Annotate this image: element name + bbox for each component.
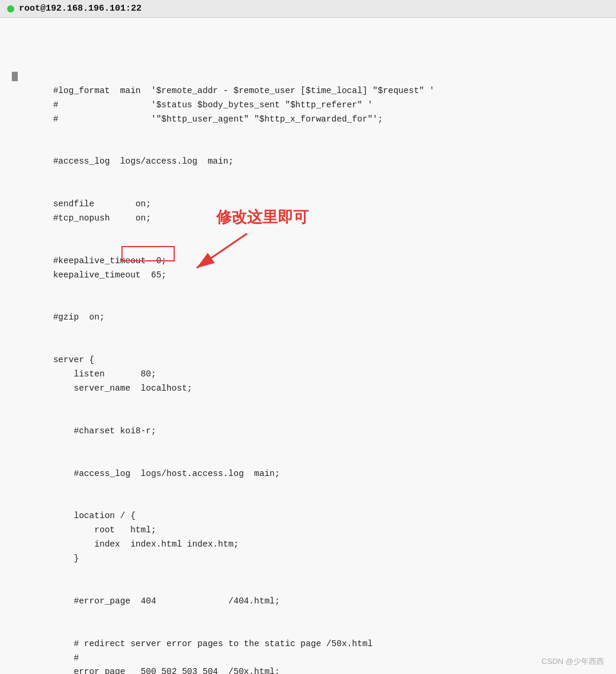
code-line-17: server_name localhost;: [12, 384, 192, 393]
svg-line-1: [197, 234, 247, 268]
code-line-32: error_page 500 502 503 504 /50x.html;: [12, 667, 280, 674]
code-line-31: #: [12, 653, 79, 663]
code-line-25: index index.html index.htm;: [12, 539, 239, 549]
code-line-30: # redirect server error pages to the sta…: [12, 639, 373, 649]
code-line-16: listen 80;: [12, 369, 156, 379]
cursor-line: [12, 72, 20, 81]
title-bar: root@192.168.196.101:22: [0, 0, 616, 18]
code-line-3: # '"$http_user_agent" "$http_x_forwarded…: [12, 114, 383, 124]
code-line-19: #charset koi8-r;: [12, 426, 156, 436]
code-line-24: root html;: [12, 525, 156, 535]
status-dot: [7, 5, 14, 12]
code-line-15: server {: [12, 355, 94, 365]
code-line-28: #error_page 404 /404.html;: [12, 596, 280, 606]
terminal-window: root@192.168.196.101:22 #log_format main…: [0, 0, 616, 674]
code-area: #log_format main '$remote_addr - $remote…: [0, 18, 616, 674]
code-block: #log_format main '$remote_addr - $remote…: [12, 56, 604, 674]
annotation-label: 修改这里即可: [216, 205, 309, 230]
code-line-2: # '$status $body_bytes_sent "$http_refer…: [12, 100, 373, 110]
code-line-7: sendfile on;: [12, 199, 151, 209]
watermark: CSDN @少年西西: [541, 656, 604, 667]
code-line-26: }: [12, 554, 79, 563]
window-title: root@192.168.196.101:22: [19, 4, 142, 14]
code-line-1: #log_format main '$remote_addr - $remote…: [12, 86, 435, 95]
code-line-5: #access_log logs/access.log main;: [12, 156, 233, 166]
code-line-23: location / {: [12, 511, 136, 520]
code-line-13: #gzip on;: [12, 312, 105, 322]
code-line-21: #access_log logs/host.access.log main;: [12, 469, 280, 478]
